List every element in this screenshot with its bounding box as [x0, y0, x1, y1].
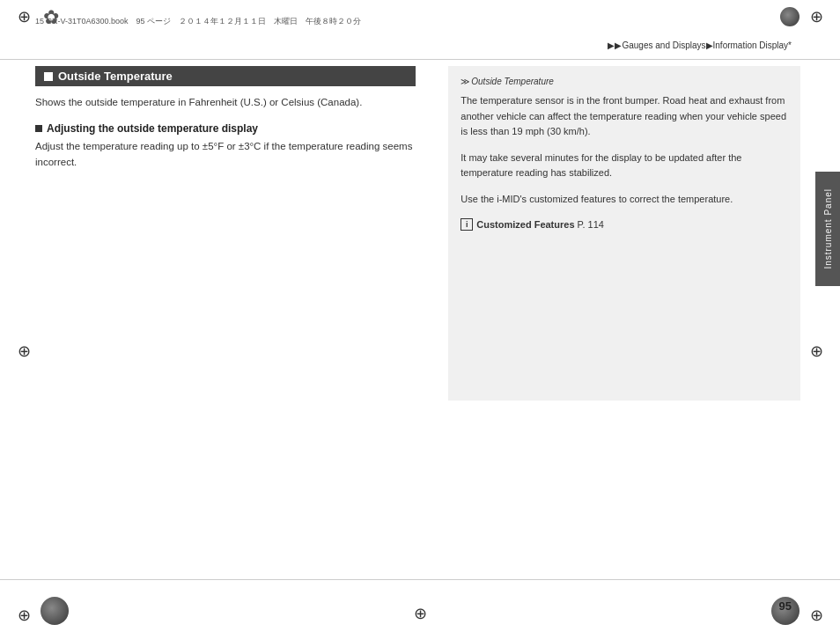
- right-col-para2: It may take several minutes for the disp…: [461, 151, 788, 181]
- header: 15 CR-V-31T0A6300.book 95 ページ ２０１４年１２月１１…: [0, 0, 840, 60]
- right-column: Outside Temperature The temperature sens…: [448, 66, 800, 401]
- section-heading-text: Outside Temperature: [58, 70, 173, 83]
- crosshair-bottom-left-icon: [16, 607, 32, 623]
- left-mid-mark: [16, 343, 32, 359]
- page: 15 CR-V-31T0A6300.book 95 ページ ２０１４年１２月１１…: [0, 0, 840, 632]
- breadcrumb: ▶▶Gauges and Displays▶Information Displa…: [608, 40, 792, 50]
- breadcrumb-arrows: ▶▶: [608, 40, 622, 50]
- right-col-para3: Use the i-MID's customized features to c…: [461, 192, 788, 208]
- corner-mark-tr: [808, 9, 824, 25]
- sub-heading: Adjusting the outside temperature displa…: [35, 122, 416, 135]
- page-number: 95: [779, 599, 792, 613]
- section-heading-bar: Outside Temperature: [35, 66, 416, 86]
- crosshair-top-right-icon: [808, 9, 824, 25]
- crosshair-top-left-icon: [16, 9, 32, 25]
- ref-icon: i: [461, 218, 473, 231]
- left-column: Outside Temperature Shows the outside te…: [35, 66, 433, 170]
- center-bottom-mark: [412, 606, 428, 621]
- deco-circle-top-right-icon: [780, 7, 799, 26]
- deco-circle-bottom-left-icon: [41, 597, 69, 625]
- side-tab-label: Instrument Panel: [823, 188, 833, 269]
- crosshair-right-mid-icon: [808, 343, 824, 359]
- footer: 95: [0, 579, 840, 632]
- sub-heading-text: Adjusting the outside temperature displa…: [47, 122, 258, 135]
- section-description: Shows the outside temperature in Fahrenh…: [35, 95, 416, 110]
- breadcrumb-part2: Information Display*: [713, 40, 792, 50]
- right-col-title: Outside Temperature: [461, 77, 788, 86]
- corner-mark-bl: [16, 607, 32, 623]
- right-col-para1: The temperature sensor is in the front b…: [461, 93, 788, 140]
- crosshair-bottom-right-icon: [808, 607, 824, 623]
- right-mid-mark: [808, 343, 824, 359]
- crosshair-bottom-center-icon: [412, 606, 428, 621]
- content-area: Outside Temperature Shows the outside te…: [35, 66, 800, 575]
- circle-mark-bl: [41, 597, 69, 625]
- corner-mark-tl: [16, 9, 32, 25]
- ref-text: Customized Features P. 114: [476, 219, 604, 230]
- crosshair-left-mid-icon: [16, 343, 32, 359]
- sub-heading-square-icon: [35, 125, 42, 132]
- breadcrumb-sep1: ▶: [706, 40, 713, 50]
- corner-mark-br: [808, 607, 824, 623]
- file-info: 15 CR-V-31T0A6300.book 95 ページ ２０１４年１２月１１…: [35, 16, 805, 27]
- sub-description: Adjust the temperature reading up to ±5°…: [35, 139, 416, 170]
- circle-mark-tr: [780, 7, 799, 26]
- ref-text-bold: Customized Features: [476, 219, 574, 230]
- breadcrumb-part1: Gauges and Displays: [622, 40, 705, 50]
- ref-link: i Customized Features P. 114: [461, 218, 788, 231]
- side-tab: Instrument Panel: [815, 172, 840, 286]
- heading-square-icon: [44, 72, 53, 81]
- ref-page: P. 114: [575, 219, 604, 230]
